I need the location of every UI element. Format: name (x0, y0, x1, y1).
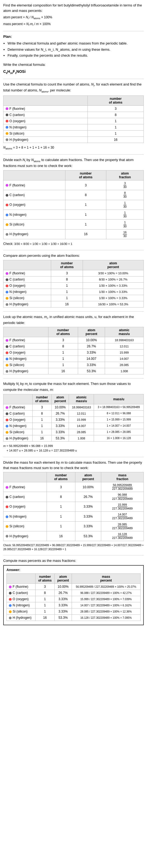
element-cell: N (nitrogen) (3, 210, 65, 220)
col-num-atoms: numberof atoms (65, 170, 106, 180)
mass-cell: 18.998403163 (105, 337, 144, 343)
col-num-atoms: numberof atoms (35, 574, 54, 584)
element-cell: F (fluorine) (3, 105, 88, 112)
count-cell: 1 (46, 521, 75, 531)
table-row: F (fluorine) 3 10.00% 56.995209489 / 227… (7, 584, 141, 590)
count-cell: 1 (32, 416, 51, 423)
table-row: F (fluorine) 3 (3, 105, 144, 112)
element-cell: F (fluorine) (3, 180, 65, 190)
atom-pct-cell: 3.33% (52, 429, 69, 435)
total-cell: 1 × 14.007 = 14.007 (94, 423, 144, 429)
mass-cell: 28.085 (69, 429, 94, 435)
count-cell: 1 (51, 289, 83, 295)
col-atom-pct: atompercent (52, 394, 69, 404)
col-mass-pct: masspercent (72, 574, 140, 584)
atom-percent-intro: Compare atom percents using the atom fra… (3, 253, 144, 258)
count-cell: 8 (32, 410, 51, 416)
element-cell: H (hydrogen) (3, 229, 65, 239)
atom-pct-cell: 53.3% (54, 615, 72, 621)
element-cell: C (carbon) (7, 590, 36, 596)
table-row: O (oxygen) 1 3.33% 15.999 1 × 15.999 = 1… (3, 416, 144, 423)
atom-fraction-intro: Divide each Ni by Natoms to calculate at… (3, 157, 144, 168)
element-cell: N (nitrogen) (3, 512, 47, 521)
col-element (3, 260, 51, 270)
atom-pct-cell: 10.00% (75, 482, 101, 492)
element-cell: F (fluorine) (3, 482, 47, 492)
count-cell: 8 (35, 590, 54, 596)
mass-percent-formula: mass percent = Ni·mi / m × 100% (3, 22, 144, 27)
table-row: O (oxygen) 1 130 (3, 200, 144, 210)
fraction-cell: 130 (106, 210, 144, 220)
col-atomic-mass: atomicmass/u (105, 327, 144, 337)
element-cell: H (hydrogen) (7, 615, 36, 621)
chemical-formula: C8H16F3NOSi (3, 69, 144, 75)
count-cell: 8 (51, 276, 83, 282)
molecular-mass-total: m = 56.995209489 + 96.088 + 15.999 + 14.… (3, 444, 144, 453)
count-cell: 8 (48, 343, 78, 349)
atom-count-section: Use the chemical formula to count the nu… (3, 82, 144, 151)
table-row: C (carbon) 8 26.7% 12.011 8 × 12.011 = 9… (3, 410, 144, 416)
table-row: F (fluorine) 3 10.00% 18.998403163 3 × 1… (3, 404, 144, 410)
element-cell: O (oxygen) (3, 282, 51, 289)
col-mass: mass/u (94, 394, 144, 404)
count-cell: 8 (88, 112, 144, 118)
mass-cell: 14.007 (69, 423, 94, 429)
plan-step-1: Write the chemical formula and gather at… (7, 41, 144, 46)
atom-fraction-table: numberof atoms atomfraction F (fluorine)… (3, 170, 144, 239)
atom-pct-cell: 26.7% (52, 410, 69, 416)
count-cell: 8 (65, 190, 106, 200)
mass-cell: 1.008 (69, 435, 94, 441)
element-cell: O (oxygen) (3, 416, 33, 423)
mass-percent-final-intro: Compute mass percents as the mass fracti… (3, 558, 144, 563)
count-cell: 1 (65, 200, 106, 210)
table-row: O (oxygen) 1 3.33% 15.999 / 227.30220948… (7, 596, 141, 602)
percent-cell: 1/30 × 100% = 3.33% (83, 282, 144, 289)
element-cell: H (hydrogen) (3, 435, 33, 441)
atomic-mass-section: Look up the atomic mass, mi, in unified … (3, 314, 144, 375)
count-cell: 1 (46, 502, 75, 512)
element-cell: F (fluorine) (7, 584, 36, 590)
count-cell: 1 (35, 602, 54, 609)
atom-fraction-check: Check: 3/30 + 8/30 + 1/30 + 1/30 + 1/30 … (3, 241, 144, 246)
mass-cell: 12.011 (69, 410, 94, 416)
element-cell: Si (silicon) (3, 130, 88, 136)
intro-text: Find the elemental composition for tert … (3, 3, 144, 13)
table-row: Si (silicon) 1 3.33% 28.085 1 × 28.085 =… (3, 429, 144, 435)
table-row: O (oxygen) 1 3.33% 15.999 (3, 349, 144, 356)
mass-pct-cell: 14.007 / 227.302209489 × 100% = 6.162% (72, 602, 140, 609)
element-cell: N (nitrogen) (3, 356, 48, 362)
atom-pct-cell: 26.7% (54, 590, 72, 596)
atom-pct-cell: 26.7% (78, 343, 105, 349)
mass-cell: 28.085 (105, 362, 144, 368)
count-cell: 1 (32, 423, 51, 429)
atom-pct-cell: 14.007 (78, 356, 105, 362)
frac-cell: 15.999227.302209489 (101, 502, 144, 512)
count-cell: 3 (65, 180, 106, 190)
element-cell: C (carbon) (3, 276, 51, 282)
atom-pct-cell: 53.3% (75, 531, 101, 541)
table-row: C (carbon) 8 26.7% 96.088227.302209489 (3, 492, 144, 502)
mass-cell: 12.011 (105, 343, 144, 349)
element-cell: O (oxygen) (3, 118, 88, 124)
element-cell: C (carbon) (3, 343, 48, 349)
atom-fraction-section: Divide each Ni by Natoms to calculate at… (3, 157, 144, 246)
molecular-mass-table: numberof atoms atompercent atomicmass/u … (3, 394, 144, 441)
plan-step-2: Determine values for N_i, m_i, N_atoms, … (7, 47, 144, 52)
count-cell: 1 (48, 356, 78, 362)
atom-percent-table: numberof atoms atompercent F (fluorine) … (3, 260, 144, 308)
count-cell: 3 (35, 584, 54, 590)
element-cell: N (nitrogen) (3, 423, 33, 429)
table-row: C (carbon) 8 26.7% 96.088 / 227.30220948… (7, 590, 141, 596)
table-row: O (oxygen) 1 (3, 118, 144, 124)
element-cell: H (hydrogen) (3, 531, 47, 541)
count-cell: 3 (48, 337, 78, 343)
element-cell: O (oxygen) (3, 349, 48, 356)
mass-percent-final-table: numberof atoms atompercent masspercent F… (6, 574, 141, 621)
element-cell: F (fluorine) (3, 270, 51, 276)
count-cell: 1 (88, 124, 144, 130)
table-row: C (carbon) 8 26.7% 12.011 (3, 343, 144, 349)
element-cell: Si (silicon) (7, 609, 36, 615)
mass-cell: 18.998403163 (69, 404, 94, 410)
mass-fraction-section: Divide the mass for each element by m to… (3, 460, 144, 551)
fraction-cell: 330 (106, 180, 144, 190)
